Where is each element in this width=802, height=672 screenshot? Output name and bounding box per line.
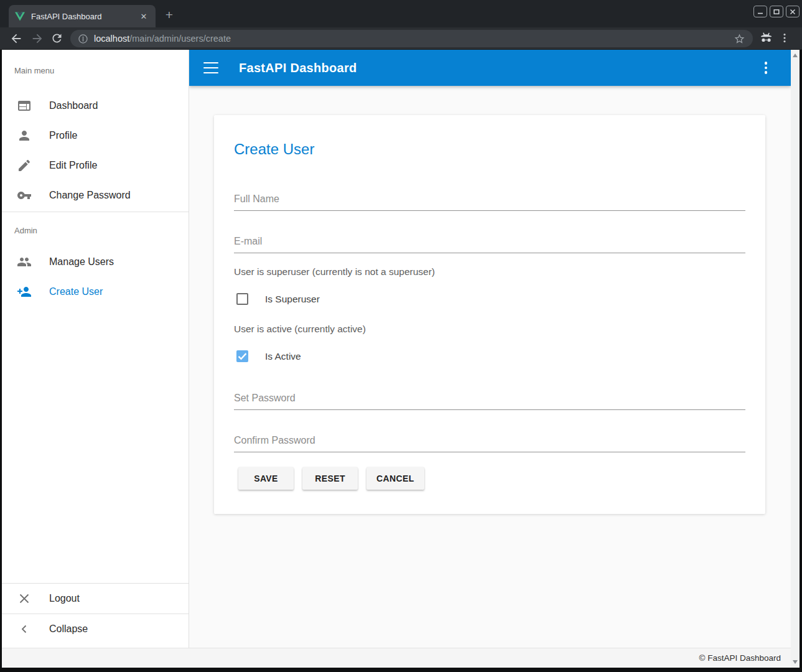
superuser-hint: User is superuser (currently is not a su… (234, 266, 435, 278)
sidebar-item-label: Manage Users (49, 256, 114, 268)
dashboard-icon (17, 98, 32, 113)
bookmark-star-icon[interactable] (734, 33, 745, 45)
checkbox-label: Is Superuser (265, 294, 320, 305)
page-title: Create User (234, 141, 314, 158)
scroll-down-icon[interactable] (791, 658, 800, 666)
sidebar-item-edit-profile[interactable]: Edit Profile (2, 151, 189, 180)
browser-menu-icon[interactable] (778, 32, 791, 47)
address-bar[interactable]: localhost/main/admin/users/create (70, 30, 753, 47)
url-text: localhost/main/admin/users/create (94, 34, 734, 44)
sidebar-bottom-group: Logout Collapse (2, 583, 189, 644)
group-icon (17, 254, 32, 269)
form-buttons: SAVE RESET CANCEL (238, 467, 424, 490)
tab-strip: FastAPI Dashboard ✕ + (0, 0, 802, 27)
chevron-left-icon (17, 622, 32, 637)
forward-icon[interactable] (30, 32, 44, 45)
save-button[interactable]: SAVE (238, 467, 294, 490)
sidebar-item-profile[interactable]: Profile (2, 121, 189, 151)
cancel-button[interactable]: CANCEL (366, 467, 424, 490)
browser-window: FastAPI Dashboard ✕ + localhost/main/adm… (0, 0, 802, 672)
set-password-field-wrap (234, 386, 745, 410)
close-x-icon (17, 591, 32, 606)
sidebar-item-label: Create User (49, 286, 103, 297)
copyright-text: © FastAPI Dashboard (699, 653, 781, 663)
window-minimize-button[interactable] (753, 6, 767, 17)
sidebar-item-label: Change Password (49, 190, 131, 201)
tab-title: FastAPI Dashboard (31, 12, 138, 21)
confirm-password-input[interactable] (234, 429, 745, 452)
sidebar-item-create-user[interactable]: Create User (2, 277, 189, 307)
window-maximize-button[interactable] (770, 6, 783, 17)
page-footer: © FastAPI Dashboard (2, 648, 800, 668)
confirm-password-field-wrap (234, 429, 745, 452)
create-user-card: Create User User is superuser (currently… (214, 115, 765, 514)
tab-close-icon[interactable]: ✕ (138, 11, 149, 22)
person-icon (17, 128, 32, 143)
sidebar-item-label: Edit Profile (49, 160, 97, 171)
sidebar-item-label: Collapse (49, 623, 88, 635)
scrollbar[interactable] (791, 50, 800, 668)
active-hint: User is active (currently active) (234, 324, 366, 335)
back-icon[interactable] (9, 32, 23, 45)
reload-icon[interactable] (50, 32, 64, 45)
superuser-checkbox-row[interactable]: Is Superuser (236, 293, 320, 305)
sidebar-item-logout[interactable]: Logout (2, 583, 189, 614)
checkbox-unchecked-icon[interactable] (236, 293, 248, 305)
sidebar-item-label: Profile (49, 130, 77, 141)
key-icon (17, 188, 32, 203)
sidebar-item-change-password[interactable]: Change Password (2, 180, 189, 210)
checkbox-label: Is Active (265, 351, 301, 362)
sidebar-item-label: Logout (49, 593, 80, 604)
scroll-up-icon[interactable] (791, 51, 800, 60)
set-password-input[interactable] (234, 386, 745, 409)
active-checkbox-row[interactable]: Is Active (236, 350, 301, 362)
vue-logo-icon (15, 12, 25, 21)
window-close-button[interactable] (786, 6, 800, 17)
main-content: FastAPI Dashboard Create User User is su… (189, 50, 791, 648)
sidebar-section-label: Main menu (2, 50, 189, 91)
new-tab-button[interactable]: + (163, 9, 175, 21)
sidebar-item-dashboard[interactable]: Dashboard (2, 91, 189, 121)
sidebar-item-collapse[interactable]: Collapse (2, 614, 189, 644)
person-add-icon (17, 284, 32, 299)
sidebar-item-manage-users[interactable]: Manage Users (2, 247, 189, 277)
appbar-menu-icon[interactable] (758, 60, 773, 75)
checkbox-checked-icon[interactable] (236, 350, 248, 362)
full-name-field-wrap (234, 187, 745, 211)
hamburger-menu-icon[interactable] (203, 62, 218, 73)
appbar-title: FastAPI Dashboard (239, 61, 357, 75)
site-info-icon[interactable] (78, 34, 88, 44)
sidebar-item-label: Dashboard (49, 100, 98, 111)
browser-tab[interactable]: FastAPI Dashboard ✕ (9, 5, 156, 27)
incognito-icon (759, 31, 773, 48)
reset-button[interactable]: RESET (302, 467, 358, 490)
sidebar: Main menu Dashboard Profile Edit Profile… (2, 50, 189, 648)
appbar: FastAPI Dashboard (189, 50, 791, 86)
email-input[interactable] (234, 230, 745, 253)
full-name-input[interactable] (234, 187, 745, 210)
email-field-wrap (234, 230, 745, 253)
sidebar-section-label: Admin (2, 212, 189, 247)
pencil-icon (17, 158, 32, 173)
